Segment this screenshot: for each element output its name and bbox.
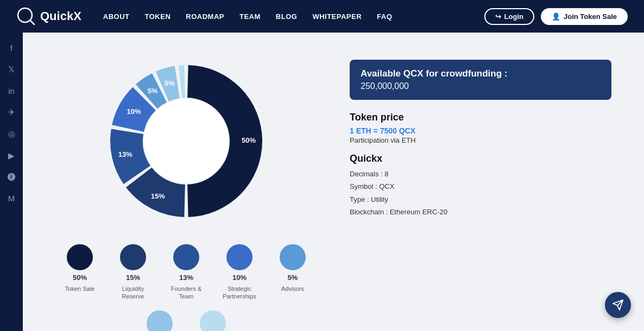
linkedin-icon[interactable]: in bbox=[8, 86, 15, 96]
decimals-line: Decimals : 8 bbox=[350, 168, 611, 180]
logo-icon bbox=[16, 7, 36, 26]
svg-point-8 bbox=[144, 99, 229, 183]
nav-blog[interactable]: BLOG bbox=[276, 12, 298, 21]
legend-circle-token-sale bbox=[67, 244, 93, 270]
instagram-icon[interactable]: ◎ bbox=[8, 129, 15, 139]
twitter-icon[interactable]: 𝕏 bbox=[8, 65, 15, 74]
legend-advisors: 5% Advisors bbox=[271, 244, 314, 292]
legend-label-liquidity: Liquidity Reserve bbox=[111, 285, 155, 301]
navigation: QuickX ABOUT TOKEN ROADMAP TEAM BLOG WHI… bbox=[0, 0, 644, 33]
svg-text:13%: 13% bbox=[118, 150, 132, 158]
nav-whitepaper[interactable]: WHITEPAPER bbox=[312, 12, 362, 21]
reddit-icon[interactable]: 🅡 bbox=[8, 173, 16, 182]
type-line: Type : Utility bbox=[350, 193, 611, 206]
legend-circle-advisors bbox=[280, 244, 306, 270]
svg-text:5%: 5% bbox=[148, 87, 158, 95]
svg-text:15%: 15% bbox=[151, 192, 165, 200]
fab-button[interactable] bbox=[605, 292, 631, 318]
donut-chart: 50%15%13%10%5%5% bbox=[99, 54, 273, 228]
symbol-line: Symbol : QCX bbox=[350, 180, 611, 193]
logo-text: QuickX bbox=[40, 9, 81, 23]
quickx-section: Quickx Decimals : 8 Symbol : QCX Type : … bbox=[350, 153, 611, 219]
svg-line-1 bbox=[30, 20, 34, 24]
legend-circle-founders bbox=[173, 244, 199, 270]
chart-area: 50%15%13%10%5%5% 50% Token Sale 15% Liqu… bbox=[55, 54, 317, 331]
legend-pct-liquidity: 15% bbox=[126, 273, 140, 282]
svg-text:50%: 50% bbox=[242, 136, 256, 144]
youtube-icon[interactable]: ▶ bbox=[8, 151, 15, 161]
join-token-sale-button[interactable]: 👤 Join Token Sale bbox=[541, 8, 628, 25]
svg-text:10%: 10% bbox=[127, 107, 141, 116]
legend-strategic: 10% Strategic Partnerships bbox=[218, 244, 261, 301]
legend-founders: 13% Founders & Team bbox=[165, 244, 208, 301]
participation: Participation via ETH bbox=[350, 136, 611, 144]
available-title: Available QCX for crowdfunding : bbox=[361, 68, 601, 79]
token-price-title: Token price bbox=[350, 112, 611, 123]
legend-circle-private bbox=[147, 310, 173, 331]
legend-bounty: 2% Bounty bbox=[191, 310, 235, 331]
telegram-icon[interactable]: ✈ bbox=[8, 107, 15, 117]
quickx-title: Quickx bbox=[350, 153, 611, 164]
legend-token-sale: 50% Token Sale bbox=[58, 244, 102, 292]
legend-label-token-sale: Token Sale bbox=[65, 285, 94, 292]
svg-text:5%: 5% bbox=[165, 79, 175, 87]
legend-liquidity: 15% Liquidity Reserve bbox=[111, 244, 155, 301]
legend-pct-strategic: 10% bbox=[232, 273, 247, 282]
legend-row: 50% Token Sale 15% Liquidity Reserve 13%… bbox=[55, 244, 317, 331]
nav-team[interactable]: TEAM bbox=[239, 12, 261, 21]
login-icon: ↪ bbox=[495, 12, 501, 21]
legend-circle-strategic bbox=[226, 244, 252, 270]
medium-icon[interactable]: M bbox=[8, 194, 15, 203]
legend-circle-liquidity bbox=[120, 244, 146, 270]
nav-about[interactable]: ABOUT bbox=[103, 12, 130, 21]
nav-token[interactable]: TOKEN bbox=[145, 12, 171, 21]
person-icon: 👤 bbox=[552, 12, 560, 21]
eth-rate: 1 ETH = 7500 QCX bbox=[350, 126, 611, 135]
logo[interactable]: QuickX bbox=[16, 7, 81, 26]
login-button[interactable]: ↪ Login bbox=[484, 8, 534, 25]
legend-circle-bounty bbox=[200, 310, 226, 331]
legend-label-advisors: Advisors bbox=[281, 285, 304, 292]
legend-pct-founders: 13% bbox=[179, 273, 193, 282]
right-panel: Available QCX for crowdfunding : 250,000… bbox=[350, 54, 611, 219]
donut-svg: 50%15%13%10%5%5% bbox=[99, 54, 273, 228]
main-content: 50%15%13%10%5%5% 50% Token Sale 15% Liqu… bbox=[23, 33, 644, 331]
facebook-icon[interactable]: f bbox=[10, 43, 12, 53]
available-value: 250,000,000 bbox=[361, 81, 601, 91]
nav-faq[interactable]: FAQ bbox=[377, 12, 392, 21]
quickx-details: Decimals : 8 Symbol : QCX Type : Utility… bbox=[350, 168, 611, 219]
send-icon bbox=[612, 299, 624, 311]
legend-pct-advisors: 5% bbox=[288, 273, 298, 282]
blockchain-line: Blockchain : Ethereum ERC-20 bbox=[350, 206, 611, 218]
nav-links: ABOUT TOKEN ROADMAP TEAM BLOG WHITEPAPER… bbox=[103, 12, 484, 21]
legend-label-strategic: Strategic Partnerships bbox=[218, 285, 261, 301]
available-box: Available QCX for crowdfunding : 250,000… bbox=[350, 60, 611, 100]
legend-label-founders: Founders & Team bbox=[165, 285, 208, 301]
nav-buttons: ↪ Login 👤 Join Token Sale bbox=[484, 8, 628, 25]
legend-pct-token-sale: 50% bbox=[73, 273, 87, 282]
nav-roadmap[interactable]: ROADMAP bbox=[186, 12, 224, 21]
legend-private: 5% Private Investor Sales bbox=[138, 310, 181, 331]
sidebar: f 𝕏 in ✈ ◎ ▶ 🅡 M bbox=[0, 33, 23, 331]
